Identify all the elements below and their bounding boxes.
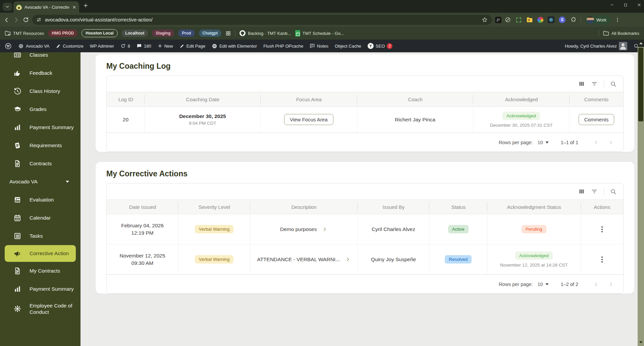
sidebar-item-calendar[interactable]: Calendar xyxy=(0,209,80,227)
folder-extension-icon[interactable] xyxy=(526,17,533,23)
pagination-range: 1–1 of 1 xyxy=(561,140,578,145)
columns-icon[interactable] xyxy=(578,188,585,195)
comments-button[interactable]: Comments xyxy=(579,114,614,125)
gear-icon xyxy=(13,305,21,313)
expand-chevron-icon[interactable] xyxy=(322,227,327,232)
wp-notes[interactable]: Notes xyxy=(310,43,328,49)
wp-flush-opcache[interactable]: Flush PHP OPcache xyxy=(263,44,303,49)
tab-search-button[interactable] xyxy=(3,3,12,11)
sidebar-item-class-history[interactable]: Class History xyxy=(0,82,80,100)
rows-per-page-select[interactable]: 10 xyxy=(537,140,548,145)
sidebar-section-label: Avocado VA xyxy=(9,179,38,185)
chevron-down-icon xyxy=(5,5,9,9)
wp-edit-page[interactable]: Edit Page xyxy=(179,44,205,49)
wp-new[interactable]: New xyxy=(158,44,173,49)
filter-icon[interactable] xyxy=(591,188,598,195)
next-page-button[interactable] xyxy=(606,281,616,287)
wp-object-cache[interactable]: Object Cache xyxy=(335,44,361,49)
wp-adminer[interactable]: WP Adminer xyxy=(90,44,114,49)
s-extension-icon[interactable]: S xyxy=(559,16,566,23)
extensions-puzzle-icon[interactable] xyxy=(570,17,576,23)
vertical-scrollbar[interactable] xyxy=(638,40,644,346)
bookmark-pill-hmg-prod[interactable]: HMG PROD xyxy=(48,30,77,37)
close-window-icon[interactable] xyxy=(637,3,641,7)
minimize-icon[interactable] xyxy=(610,3,614,7)
scroll-down-arrow[interactable] xyxy=(638,339,644,346)
bookmark-sheets[interactable]: TMT Schedule - Go... xyxy=(295,30,344,37)
search-icon[interactable] xyxy=(610,188,616,195)
browser-menu-icon[interactable] xyxy=(615,17,620,22)
scrollbar-thumb[interactable] xyxy=(638,48,643,121)
sidebar-item-corrective-action[interactable]: Corrective Action xyxy=(5,245,76,262)
column-header: Severity Level xyxy=(178,200,250,214)
description-text: ATTENDANCE - VERBAL WARNI... xyxy=(257,256,340,263)
screenshot-extension-icon[interactable] xyxy=(516,17,522,23)
sidebar-item-employee-code[interactable]: Employee Code of Conduct xyxy=(0,298,80,320)
table-footer: Rows per page: 10 1–2 of 2 xyxy=(107,275,623,293)
plus-icon xyxy=(158,44,162,48)
bookmark-pill-prod[interactable]: Prod xyxy=(178,30,195,37)
reload-icon[interactable] xyxy=(23,17,29,23)
wp-site-menu[interactable]: Avocado VA xyxy=(18,43,49,49)
blocked-content-icon[interactable] xyxy=(505,17,511,23)
font-extension-icon[interactable]: f? xyxy=(495,17,501,23)
new-tab-button[interactable] xyxy=(83,3,88,9)
bookmark-pill-staging[interactable]: Staging xyxy=(152,30,174,37)
all-bookmarks-button[interactable]: All Bookmarks xyxy=(603,31,639,36)
wp-updates[interactable]: 8 xyxy=(120,43,130,49)
bookmark-pill-houston-local[interactable]: Houston Local xyxy=(82,29,117,37)
sidebar-item-requirements[interactable]: Requirements xyxy=(0,136,80,155)
table-toolbar xyxy=(107,183,623,199)
row-actions-menu-icon[interactable] xyxy=(601,226,603,232)
bookmark-github[interactable]: Backlog · TMT Kanb... xyxy=(239,30,291,36)
forward-icon[interactable] xyxy=(13,17,19,23)
bookmark-pill-chatgpt[interactable]: Chatgpt xyxy=(199,30,221,37)
sidebar-item-evaluation[interactable]: Evaluation xyxy=(0,191,80,209)
filter-icon[interactable] xyxy=(591,80,598,87)
sidebar-section-avocado-va[interactable]: Avocado VA xyxy=(0,173,80,191)
sidebar-item-feedback[interactable]: Feedback xyxy=(0,64,80,82)
rows-per-page-select[interactable]: 10 xyxy=(537,282,548,287)
description-cell[interactable]: Demo purposes xyxy=(250,214,358,244)
wp-edit-elementor[interactable]: Edit with Elementor xyxy=(212,43,257,49)
sidebar-item-payment-summary-2[interactable]: Payment Summary xyxy=(0,280,80,298)
wp-comments[interactable]: 180 xyxy=(137,43,151,49)
sidebar-item-classes[interactable]: Classes xyxy=(0,52,80,64)
profile-chip[interactable]: Work xyxy=(585,15,610,24)
back-icon[interactable] xyxy=(3,17,10,23)
apps-grid-icon[interactable] xyxy=(225,31,231,36)
url-text[interactable]: avocadova.com/virtual-assistant/correcti… xyxy=(45,17,478,22)
sidebar-item-grades[interactable]: Grades xyxy=(0,100,80,118)
description-cell[interactable]: ATTENDANCE - VERBAL WARNI... xyxy=(250,244,358,274)
wp-customize[interactable]: Customize xyxy=(56,44,83,49)
columns-icon[interactable] xyxy=(578,80,585,87)
pinwheel-extension-icon[interactable] xyxy=(537,17,543,23)
scroll-up-arrow[interactable] xyxy=(638,40,644,47)
sidebar-item-contracts[interactable]: Contracts xyxy=(0,155,80,173)
url-bar[interactable]: avocadova.com/virtual-assistant/correcti… xyxy=(32,15,492,25)
bookmark-folder-tmt[interactable]: TMT Resources xyxy=(5,31,44,36)
row-actions-menu-icon[interactable] xyxy=(601,256,603,263)
previous-page-button[interactable] xyxy=(591,139,601,146)
sidebar-item-my-contracts[interactable]: My Contracts xyxy=(0,262,80,280)
maximize-icon[interactable] xyxy=(624,3,628,7)
tune-icon[interactable] xyxy=(36,17,42,22)
bookmark-star-icon[interactable] xyxy=(482,17,488,23)
browser-tab[interactable]: Avocado VA - Corrective Action xyxy=(13,1,79,13)
react-devtools-icon[interactable] xyxy=(548,16,554,23)
wp-seo[interactable]: Y SEO 2 xyxy=(368,43,392,49)
bookmark-pill-localhost[interactable]: Localhost xyxy=(122,30,148,37)
wp-howdy[interactable]: Howdy, Cyril Charles Alvez xyxy=(565,42,627,50)
previous-page-button[interactable] xyxy=(591,281,601,287)
search-icon[interactable] xyxy=(610,81,616,87)
date-issued-cell: February 04, 2026 12:19 PM xyxy=(107,214,178,244)
tab-close-icon[interactable] xyxy=(72,5,76,9)
view-focus-area-button[interactable]: View Focus Area xyxy=(284,114,333,125)
pagination-range: 1–2 of 2 xyxy=(561,282,578,287)
sidebar-item-tasks[interactable]: Tasks xyxy=(0,227,80,245)
wordpress-logo-icon[interactable] xyxy=(5,43,12,50)
sidebar-item-label: Grades xyxy=(30,106,47,112)
expand-chevron-icon[interactable] xyxy=(345,257,351,262)
sidebar-item-payment-summary[interactable]: Payment Summary xyxy=(0,118,80,136)
next-page-button[interactable] xyxy=(606,139,616,146)
